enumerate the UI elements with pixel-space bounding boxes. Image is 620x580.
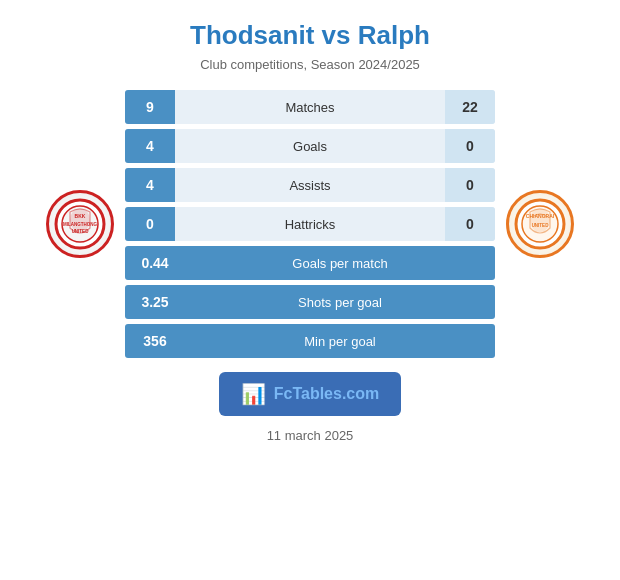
fctables-text: FcTables.com bbox=[274, 385, 380, 403]
right-team-emblem: CHIANGRAI UNITED bbox=[506, 190, 574, 258]
stat-full-left-value: 356 bbox=[125, 324, 185, 358]
right-team-logo-container: CHIANGRAI UNITED bbox=[495, 190, 585, 258]
fctables-tables: Tables.com bbox=[292, 385, 379, 402]
svg-text:UNITED: UNITED bbox=[532, 223, 550, 228]
stat-full-label: Min per goal bbox=[185, 334, 495, 349]
left-team-emblem: BKK MILANGTHONG UNITED bbox=[46, 190, 114, 258]
stat-full-left-value: 3.25 bbox=[125, 285, 185, 319]
stat-row: 4 Assists 0 bbox=[125, 168, 495, 202]
stat-right-value: 0 bbox=[445, 168, 495, 202]
stat-left-value: 9 bbox=[125, 90, 175, 124]
fctables-icon: 📊 bbox=[241, 382, 266, 406]
stat-row: 9 Matches 22 bbox=[125, 90, 495, 124]
stat-full-left-value: 0.44 bbox=[125, 246, 185, 280]
svg-text:MILANGTHONG: MILANGTHONG bbox=[63, 222, 97, 227]
stat-label: Assists bbox=[175, 178, 445, 193]
stat-row-full: 0.44 Goals per match bbox=[125, 246, 495, 280]
stat-full-label: Goals per match bbox=[185, 256, 495, 271]
main-container: Thodsanit vs Ralph Club competitions, Se… bbox=[0, 0, 620, 580]
stat-label: Goals bbox=[175, 139, 445, 154]
svg-point-8 bbox=[530, 208, 550, 232]
fctables-fc: Fc bbox=[274, 385, 293, 402]
stat-label: Matches bbox=[175, 100, 445, 115]
stat-left-value: 4 bbox=[125, 129, 175, 163]
stat-row: 0 Hattricks 0 bbox=[125, 207, 495, 241]
stat-label: Hattricks bbox=[175, 217, 445, 232]
match-subtitle: Club competitions, Season 2024/2025 bbox=[200, 57, 420, 72]
stat-left-value: 4 bbox=[125, 168, 175, 202]
match-date: 11 march 2025 bbox=[267, 428, 354, 443]
stat-full-label: Shots per goal bbox=[185, 295, 495, 310]
stat-row: 4 Goals 0 bbox=[125, 129, 495, 163]
fctables-logo: 📊 FcTables.com bbox=[219, 372, 402, 416]
left-team-logo-container: BKK MILANGTHONG UNITED bbox=[35, 190, 125, 258]
stat-right-value: 0 bbox=[445, 129, 495, 163]
stat-row-full: 3.25 Shots per goal bbox=[125, 285, 495, 319]
stat-right-value: 0 bbox=[445, 207, 495, 241]
stat-left-value: 0 bbox=[125, 207, 175, 241]
stats-section: 9 Matches 22 4 Goals 0 4 Assists 0 0 Hat… bbox=[125, 90, 495, 358]
match-title: Thodsanit vs Ralph bbox=[190, 20, 430, 51]
stat-right-value: 22 bbox=[445, 90, 495, 124]
stat-row-full: 356 Min per goal bbox=[125, 324, 495, 358]
main-section: BKK MILANGTHONG UNITED 9 Matches 22 4 Go… bbox=[10, 90, 610, 358]
svg-text:BKK: BKK bbox=[75, 213, 86, 219]
